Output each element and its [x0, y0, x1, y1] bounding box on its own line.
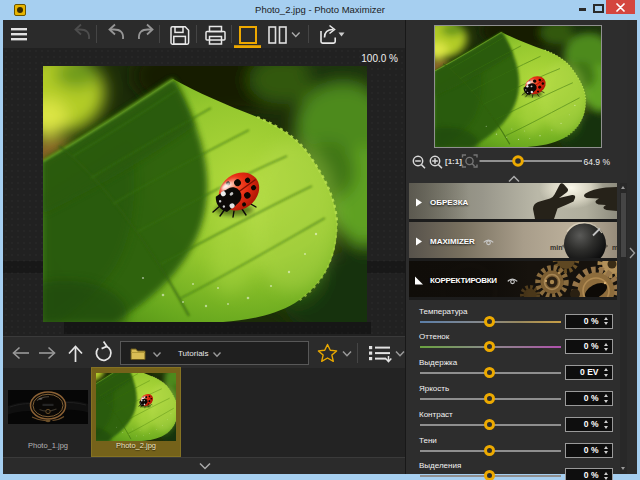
- svg-text:64.9 %: 64.9 %: [584, 157, 611, 167]
- svg-text:[1:1]: [1:1]: [445, 157, 462, 166]
